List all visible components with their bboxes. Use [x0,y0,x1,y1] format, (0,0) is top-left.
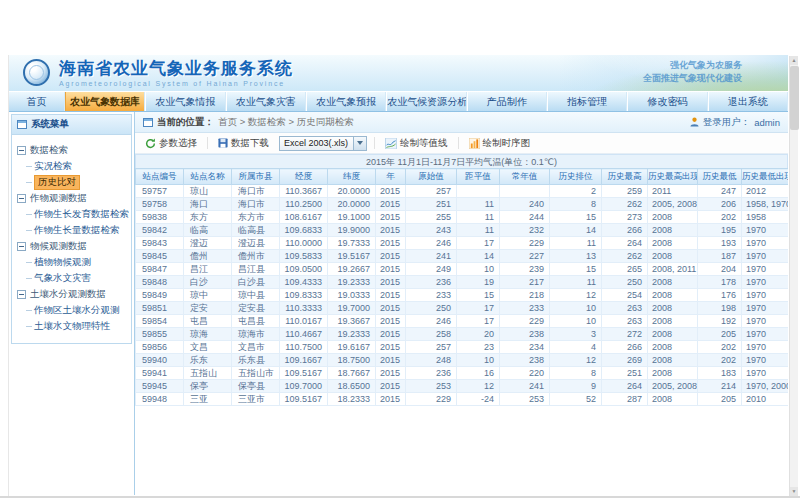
table-cell: 52 [550,393,602,406]
table-cell: 19.2333 [328,276,376,289]
sidebar-item-11[interactable]: 作物区土壤水分观测 [17,302,129,318]
toolbar-separator [207,137,208,149]
tree-leaf-label: 作物生长量数据检索 [34,224,120,237]
nav-tab-7[interactable]: 产品制作 [467,92,547,111]
nav-tab-5[interactable]: 农业气象预报 [306,92,386,111]
column-header[interactable]: 原始值 [406,169,457,185]
table-cell: 海口市 [232,185,280,198]
table-cell: 16 [457,367,500,380]
nav-tab-9[interactable]: 修改密码 [627,92,707,111]
table-cell: 258 [406,328,457,341]
table-cell: 1970 [742,406,789,407]
table-cell: 248 [406,354,457,367]
table-cell: 59945 [136,380,184,393]
sidebar-item-6[interactable]: 作物生长量数据检索 [17,222,129,238]
collapse-minus-icon[interactable] [17,242,26,251]
nav-tab-2[interactable]: 农业气象数据库 [65,92,145,111]
column-header[interactable]: 距平值 [457,169,500,185]
column-header[interactable]: 纬度 [328,169,376,185]
tree-leaf-label: 土壤水文物理特性 [34,320,110,333]
table-cell: 2008 [648,393,698,406]
format-select[interactable]: Excel 2003(.xls) [279,136,367,151]
table-cell: 2015 [376,380,406,393]
location-icon [143,118,153,127]
column-header[interactable]: 历史最低 [698,169,742,185]
column-header[interactable]: 经度 [280,169,328,185]
draw-isoline-button[interactable]: 绘制等值线 [382,136,451,151]
toolbar-separator [458,137,459,149]
nav-tab-1[interactable]: 首页 [9,92,65,111]
table-cell: 59757 [136,185,184,198]
table-cell: 2008 [648,237,698,250]
isoline-chart-icon [385,138,397,149]
table-row: 59847昌江昌江县109.050019.2667201524910239152… [136,263,789,276]
window-bottom-edge [0,496,800,498]
column-header[interactable]: 站点编号 [136,169,184,185]
collapse-minus-icon[interactable] [17,290,26,299]
collapse-minus-icon[interactable] [17,194,26,203]
table-cell: 2012 [742,185,789,198]
column-header[interactable]: 历史排位 [550,169,602,185]
table-cell: 218 [500,289,550,302]
sidebar-item-7[interactable]: 物候观测数据 [17,238,129,254]
nav-tab-8[interactable]: 指标管理 [547,92,627,111]
table-cell: 234 [500,341,550,354]
data-download-button[interactable]: 数据下载 [215,136,272,151]
collapse-minus-icon[interactable] [17,146,26,155]
sidebar-item-8[interactable]: 植物物候观测 [17,254,129,270]
column-header[interactable]: 历史最高 [602,169,648,185]
sidebar-item-4[interactable]: 作物观测数据 [17,190,129,206]
table-cell: 110.2500 [280,198,328,211]
draw-timeseries-button[interactable]: 绘制时序图 [466,136,534,151]
sidebar-item-1[interactable]: 数据检索 [17,142,129,158]
sidebar-item-12[interactable]: 土壤水文物理特性 [17,318,129,334]
table-cell: 220 [500,367,550,380]
slogan-line-1: 强化气象为农服务 [643,59,742,72]
table-cell: 18.6500 [328,380,376,393]
nav-tab-3[interactable]: 农业气象情报 [145,92,225,111]
sidebar-item-9[interactable]: 气象水文灾害 [17,270,129,286]
table-cell: 1970 [742,237,789,250]
table-cell: 17 [457,237,500,250]
table-cell: 儋州市 [232,250,280,263]
vertical-scrollbar[interactable]: ▲ ▼ [789,56,798,496]
table-cell: 2008 [648,315,698,328]
table-cell: 三亚市 [232,393,280,406]
table-cell: 198 [698,302,742,315]
scrollbar-thumb[interactable] [790,66,799,130]
table-cell: 2011 [648,185,698,198]
breadcrumb: 首页 > 数据检索 > 历史同期检索 [218,116,354,129]
scroll-up-icon[interactable]: ▲ [790,56,798,65]
table-cell: 243 [406,224,457,237]
table-cell: 257 [406,185,457,198]
table-row: 59849琼中琼中县109.833319.0333201523315218122… [136,289,789,302]
scroll-down-icon[interactable]: ▼ [790,487,798,496]
data-table: 站点编号站点名称所属市县经度纬度年原始值距平值常年值历史排位历史最高历史最高出现… [135,168,788,406]
table-cell: 2015 [376,406,406,407]
table-cell: 12 [550,289,602,302]
column-header[interactable]: 所属市县 [232,169,280,185]
column-header[interactable]: 站点名称 [184,169,232,185]
app-banner: 海南省农业气象业务服务系统 Agrometeorological System … [9,55,788,91]
table-cell: 2008 [648,354,698,367]
table-cell: 229 [406,393,457,406]
nav-tab-6[interactable]: 农业气候资源分析 [386,92,466,111]
table-cell: 19 [457,276,500,289]
nav-tab-10[interactable]: 退出系统 [708,92,788,111]
column-header[interactable]: 年 [376,169,406,185]
login-user-label: 登录用户： [703,116,751,129]
sidebar-item-2[interactable]: 实况检索 [17,158,129,174]
column-header[interactable]: 常年值 [500,169,550,185]
param-select-button[interactable]: 参数选择 [142,136,200,151]
select-arrow-button[interactable] [353,137,366,150]
sidebar-item-10[interactable]: 土壤水分观测数据 [17,286,129,302]
slogan-line-2: 全面推进气象现代化建设 [643,72,742,85]
column-header[interactable]: 历史最高出现年份 [648,169,698,185]
table-cell: 240 [500,198,550,211]
table-cell: 19.6167 [328,341,376,354]
sidebar-item-5[interactable]: 作物生长发育数据检索 [17,206,129,222]
nav-tab-4[interactable]: 农业气象灾害 [226,92,306,111]
sidebar-item-3[interactable]: 历史比对 [17,174,129,190]
table-cell: 256 [406,406,457,407]
column-header[interactable]: 历史最低出现年份 [742,169,789,185]
